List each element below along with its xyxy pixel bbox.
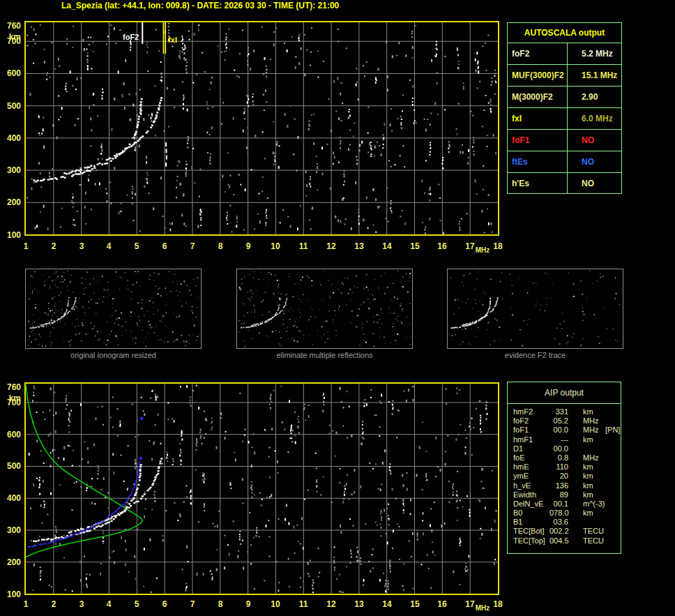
x-axis-label: 1 bbox=[17, 241, 35, 251]
parameter-unit: km bbox=[568, 407, 605, 416]
parameter-label: Ewidth bbox=[513, 490, 549, 499]
parameter-value: NO bbox=[568, 173, 621, 194]
parameter-label: B1 bbox=[513, 518, 549, 527]
aip-row-yme: ymE20km bbox=[508, 472, 621, 481]
y-axis-label: 760 bbox=[0, 382, 21, 392]
aip-row-foe: foE0.8MHz bbox=[508, 453, 621, 463]
x-axis-label: 7 bbox=[183, 241, 202, 251]
parameter-note bbox=[605, 527, 621, 536]
parameter-unit: TECU bbox=[568, 527, 605, 536]
aip-row-delnve: DelN_vE00.1m^(-3) bbox=[508, 499, 621, 509]
x-axis-label: 6 bbox=[156, 599, 174, 609]
autoscala-table-title: AUTOSCALA output bbox=[508, 23, 621, 43]
aip-output-table: AIP output hmF2331kmfoF205.2MHzfoF100.0M… bbox=[507, 382, 621, 554]
page-title: La_Spezia (lat: +44.1, lon: 009.8) - DAT… bbox=[61, 1, 339, 10]
parameter-note bbox=[605, 444, 621, 453]
parameter-unit: km bbox=[568, 509, 605, 518]
aip-row-ewidth: Ewidth89km bbox=[508, 490, 621, 499]
parameter-unit: MHz bbox=[568, 453, 605, 463]
x-axis-label: 16 bbox=[433, 599, 451, 609]
aip-row-fof2: foF205.2MHz bbox=[508, 416, 621, 426]
aip-row-hmf1: hmF1---km bbox=[508, 435, 621, 444]
parameter-label: hmE bbox=[513, 463, 549, 472]
y-axis-label: 700 bbox=[0, 36, 21, 46]
parameter-unit: km bbox=[568, 490, 605, 499]
y-axis-label: 600 bbox=[0, 430, 21, 440]
y-axis-label: 100 bbox=[0, 230, 21, 240]
x-axis-label: 8 bbox=[211, 599, 229, 609]
x-axis-label: 14 bbox=[378, 599, 396, 609]
y-axis-label: 500 bbox=[0, 461, 21, 471]
parameter-note bbox=[605, 472, 621, 481]
parameter-value: 00.1 bbox=[549, 499, 568, 509]
y-axis-label: 700 bbox=[0, 398, 21, 407]
thumbnail-chart bbox=[448, 269, 623, 348]
x-axis-label: 4 bbox=[100, 599, 118, 609]
parameter-label: foF1 bbox=[508, 130, 568, 151]
parameter-unit bbox=[568, 518, 605, 527]
autoscala-table-rows: foF25.2 MHzMUF(3000)F215.1 MHzM(3000)F22… bbox=[508, 43, 621, 194]
x-axis-label: 3 bbox=[73, 599, 91, 609]
y-axis-label: 300 bbox=[0, 165, 21, 175]
y-axis-label: 400 bbox=[0, 493, 21, 503]
parameter-unit: km bbox=[568, 472, 605, 481]
parameter-value: 0.8 bbox=[549, 453, 568, 463]
x-axis-label: 2 bbox=[45, 241, 63, 251]
autoscala-row-fxi: fxI6.0 MHz bbox=[508, 107, 621, 129]
parameter-label: ftEs bbox=[508, 151, 568, 172]
parameter-value: 331 bbox=[549, 407, 568, 416]
x-axis-label: 12 bbox=[322, 599, 340, 609]
svg-text:foF2: foF2 bbox=[123, 33, 139, 41]
parameter-label: foE bbox=[513, 453, 549, 463]
aip-row-hve: h_vE136km bbox=[508, 481, 621, 490]
parameter-note bbox=[605, 509, 621, 518]
parameter-value: NO bbox=[568, 130, 621, 151]
autoscala-row-fof2: foF25.2 MHz bbox=[508, 43, 621, 64]
y-axis-label: 200 bbox=[0, 197, 21, 207]
parameter-unit: MHz bbox=[568, 416, 605, 426]
parameter-unit: km bbox=[568, 463, 605, 472]
x-axis-label: 9 bbox=[239, 599, 257, 609]
thumbnail-eliminate-reflections bbox=[236, 269, 413, 349]
parameter-label: hmF1 bbox=[513, 435, 549, 444]
parameter-label: fxI bbox=[508, 108, 568, 129]
parameter-note: [PN] bbox=[605, 426, 621, 435]
parameter-label: D1 bbox=[513, 444, 549, 453]
parameter-label: h_vE bbox=[513, 481, 549, 490]
parameter-unit: km bbox=[568, 435, 605, 444]
parameter-label: DelN_vE bbox=[513, 499, 549, 509]
parameter-note bbox=[605, 463, 621, 472]
autoscala-output-screen: La_Spezia (lat: +44.1, lon: 009.8) - DAT… bbox=[0, 0, 675, 616]
x-axis-label: 10 bbox=[266, 241, 285, 251]
thumbnail-original-ionogram bbox=[25, 269, 202, 349]
parameter-unit: km bbox=[568, 481, 605, 490]
parameter-note bbox=[605, 481, 621, 490]
aip-row-b0: B0078.0km bbox=[508, 509, 621, 518]
profile-chart bbox=[24, 382, 499, 595]
aip-row-fof1: foF100.0MHz[PN] bbox=[508, 426, 621, 435]
x-axis-label: 12 bbox=[322, 241, 340, 251]
autoscala-row-ftes: ftEsNO bbox=[508, 151, 621, 172]
ionogram-chart: foF2fxI bbox=[24, 21, 499, 236]
parameter-note bbox=[605, 536, 621, 546]
x-axis-label: 8 bbox=[211, 241, 229, 251]
parameter-value: 03.6 bbox=[549, 518, 568, 527]
x-axis-label: 10 bbox=[266, 599, 285, 609]
aip-row-hmf2: hmF2331km bbox=[508, 407, 621, 416]
aip-row-hme: hmE110km bbox=[508, 463, 621, 472]
parameter-value: --- bbox=[549, 435, 568, 444]
thumbnail-caption: eliminate multiple reflections bbox=[236, 351, 413, 359]
x-axis-label: 15 bbox=[406, 599, 424, 609]
parameter-value: 89 bbox=[549, 490, 568, 499]
parameter-label: TEC[Top] bbox=[513, 536, 549, 546]
parameter-note bbox=[605, 416, 621, 426]
x-axis-label: 3 bbox=[73, 241, 91, 251]
aip-row-tecbot: TEC[Bot]002.2TECU bbox=[508, 527, 621, 536]
x-axis-label: 2 bbox=[45, 599, 63, 609]
aip-row-b1: B103.6 bbox=[508, 518, 621, 527]
parameter-unit: m^(-3) bbox=[568, 499, 605, 509]
thumbnail-chart bbox=[237, 269, 412, 348]
y-axis-label: 760 bbox=[0, 21, 21, 31]
parameter-unit: MHz bbox=[568, 426, 605, 435]
x-axis-label: 4 bbox=[100, 241, 118, 251]
